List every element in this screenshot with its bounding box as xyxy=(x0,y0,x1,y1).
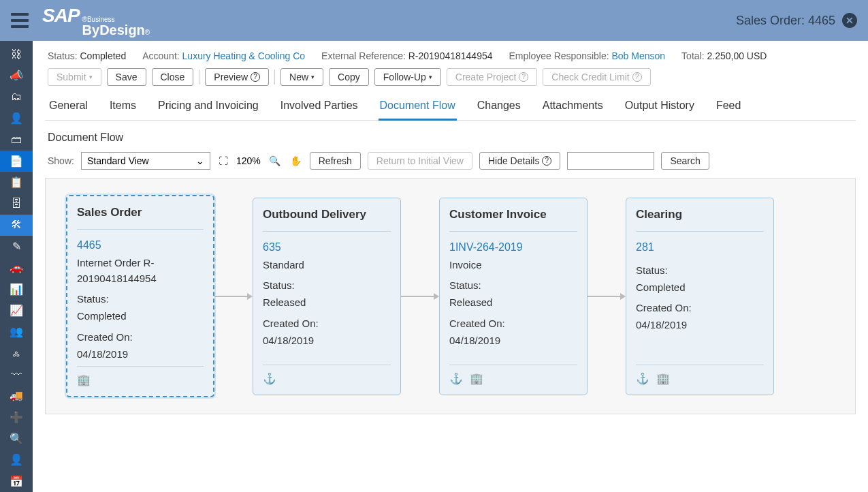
sidebar-icon-20[interactable]: 👤 xyxy=(0,449,33,470)
anchor-icon[interactable]: ⚓ xyxy=(263,372,276,385)
card-created-label: Created On: xyxy=(263,318,391,329)
sidebar-icon-21[interactable]: 📅 xyxy=(0,471,33,492)
empresp-link[interactable]: Bob Menson xyxy=(612,50,666,61)
app-header: SAP ®Business ByDesign® Sales Order: 446… xyxy=(0,0,868,41)
toolbar-separator xyxy=(199,70,199,84)
close-button[interactable]: Close xyxy=(152,68,194,86)
sidebar-icon-11[interactable]: 🚗 xyxy=(0,257,33,278)
card-status-label: Status: xyxy=(263,279,391,291)
tab-docflow[interactable]: Document Flow xyxy=(379,95,457,121)
anchor-icon[interactable]: ⚓ xyxy=(449,372,463,385)
section-title: Document Flow xyxy=(45,121,856,152)
flow-canvas: Sales Order 4465 Internet Order R-201904… xyxy=(45,178,856,414)
building-icon[interactable]: 🏢 xyxy=(470,372,483,385)
card-status: Released xyxy=(449,295,577,311)
tab-attachments[interactable]: Attachments xyxy=(541,95,605,120)
flow-card-delivery[interactable]: Outbound Delivery 635 Standard Status: R… xyxy=(253,198,401,395)
card-title: Sales Order xyxy=(77,206,204,230)
building-icon[interactable]: 🏢 xyxy=(77,373,91,386)
followup-button[interactable]: Follow-Up▾ xyxy=(374,68,441,86)
flow-card-invoice[interactable]: Customer Invoice 1INV-264-2019 Invoice S… xyxy=(439,198,588,395)
card-status: Completed xyxy=(636,280,764,296)
zoom-value: 120% xyxy=(236,155,261,166)
refresh-button[interactable]: Refresh xyxy=(310,152,361,170)
sidebar-icon-9[interactable]: 🛠 xyxy=(0,215,33,236)
card-created: 04/18/2019 xyxy=(449,333,577,349)
card-id-link[interactable]: 635 xyxy=(263,241,391,253)
status-value: Completed xyxy=(80,50,126,61)
submit-button: Submit▾ xyxy=(48,68,101,86)
zoom-in-icon[interactable]: 🔍 xyxy=(268,155,282,166)
sidebar-icon-17[interactable]: 🚚 xyxy=(0,385,33,406)
tab-items[interactable]: Items xyxy=(108,95,138,120)
card-status-label: Status: xyxy=(77,293,204,305)
hamburger-menu-icon[interactable] xyxy=(11,13,29,28)
building-icon[interactable]: 🏢 xyxy=(656,372,670,385)
pan-icon[interactable]: ✋ xyxy=(289,155,303,166)
tab-parties[interactable]: Involved Parties xyxy=(279,95,359,120)
sidebar-nav: ⛓ 📣 🗂 👤 🗃 📄 📋 🗄 🛠 ✎ 🚗 📊 📈 👥 ஃ 〰 🚚 ➕ 🔍 👤 … xyxy=(0,41,33,492)
tab-bar: General Items Pricing and Invoicing Invo… xyxy=(45,95,856,121)
card-created-label: Created On: xyxy=(449,318,577,329)
total-value: 2.250,00 USD xyxy=(707,50,767,61)
sidebar-icon-12[interactable]: 📊 xyxy=(0,279,33,300)
flow-card-clearing[interactable]: Clearing 281 Status: Completed Created O… xyxy=(626,198,774,395)
info-bar: Status: Completed Account: Luxury Heatin… xyxy=(45,41,856,68)
sidebar-icon-active[interactable]: 📄 xyxy=(0,151,33,172)
hide-details-button[interactable]: Hide Details ? xyxy=(479,152,560,170)
account-label: Account: xyxy=(142,50,179,61)
sidebar-icon-10[interactable]: ✎ xyxy=(0,236,33,257)
show-label: Show: xyxy=(48,155,74,166)
card-status-label: Status: xyxy=(449,279,577,291)
card-id-link[interactable]: 1INV-264-2019 xyxy=(449,241,577,253)
card-created: 04/18/2019 xyxy=(263,333,391,349)
action-toolbar: Submit▾ Save Close Preview ? New▾ Copy F… xyxy=(45,68,856,95)
card-id-link[interactable]: 4465 xyxy=(77,239,204,251)
search-input[interactable] xyxy=(567,152,654,170)
sidebar-icon-1[interactable]: ⛓ xyxy=(0,44,33,65)
card-status: Released xyxy=(263,295,391,311)
view-select[interactable]: Standard View ⌄ xyxy=(81,152,210,170)
card-desc: Internet Order R-20190418144954 xyxy=(77,256,204,286)
check-credit-button: Check Credit Limit ? xyxy=(543,68,650,86)
sidebar-icon-3[interactable]: 🗂 xyxy=(0,87,33,108)
sidebar-icon-7[interactable]: 📋 xyxy=(0,172,33,193)
sidebar-icon-19[interactable]: 🔍 xyxy=(0,428,33,449)
copy-button[interactable]: Copy xyxy=(329,68,369,86)
tab-changes[interactable]: Changes xyxy=(476,95,522,120)
create-project-button: Create Project ? xyxy=(447,68,537,86)
help-icon: ? xyxy=(519,72,528,82)
sidebar-icon-4[interactable]: 👤 xyxy=(0,108,33,129)
tab-general[interactable]: General xyxy=(48,95,89,120)
search-button[interactable]: Search xyxy=(661,152,709,170)
sidebar-icon-5[interactable]: 🗃 xyxy=(0,129,33,150)
sidebar-icon-16[interactable]: 〰 xyxy=(0,364,33,385)
tab-feed[interactable]: Feed xyxy=(715,95,742,120)
new-button[interactable]: New▾ xyxy=(280,68,323,86)
fit-icon[interactable]: ⛶ xyxy=(217,155,229,166)
total-label: Total: xyxy=(681,50,704,61)
card-title: Outbound Delivery xyxy=(263,208,391,232)
flow-arrow xyxy=(214,296,253,297)
card-title: Clearing xyxy=(636,208,764,232)
sidebar-icon-15[interactable]: ஃ xyxy=(0,343,33,364)
card-created-label: Created On: xyxy=(636,302,764,313)
help-icon: ? xyxy=(251,72,260,82)
sidebar-icon-2[interactable]: 📣 xyxy=(0,65,33,86)
close-icon[interactable]: ✕ xyxy=(842,13,857,28)
card-id-link[interactable]: 281 xyxy=(636,241,764,253)
empresp-label: Employee Responsible: xyxy=(509,50,609,61)
card-created: 04/18/2019 xyxy=(77,347,204,363)
tab-output[interactable]: Output History xyxy=(624,95,696,120)
sidebar-icon-14[interactable]: 👥 xyxy=(0,321,33,342)
sidebar-icon-8[interactable]: 🗄 xyxy=(0,193,33,214)
sidebar-icon-13[interactable]: 📈 xyxy=(0,300,33,321)
status-label: Status: xyxy=(48,50,78,61)
anchor-icon[interactable]: ⚓ xyxy=(636,372,649,385)
account-link[interactable]: Luxury Heating & Cooling Co xyxy=(182,50,306,61)
save-button[interactable]: Save xyxy=(107,68,146,86)
tab-pricing[interactable]: Pricing and Invoicing xyxy=(157,95,260,120)
sidebar-icon-18[interactable]: ➕ xyxy=(0,407,33,428)
preview-button[interactable]: Preview ? xyxy=(205,68,269,86)
flow-card-sales-order[interactable]: Sales Order 4465 Internet Order R-201904… xyxy=(66,195,214,397)
